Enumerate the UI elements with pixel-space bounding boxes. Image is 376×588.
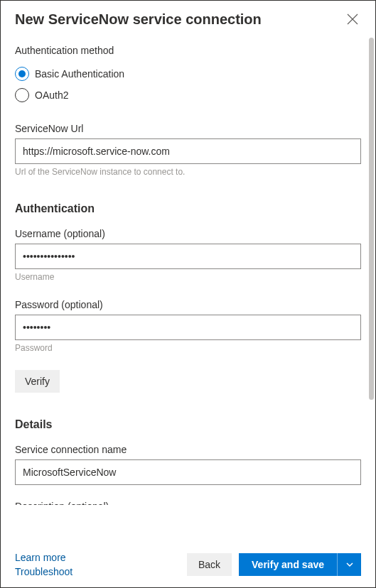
- verify-and-save-button[interactable]: Verify and save: [239, 553, 337, 576]
- radio-label: Basic Authentication: [35, 68, 124, 80]
- username-field: Username (optional) Username: [15, 228, 361, 282]
- field-help: Password: [15, 343, 361, 353]
- radio-indicator: [15, 67, 29, 81]
- field-label: Service connection name: [15, 444, 361, 455]
- field-label: ServiceNow Url: [15, 123, 361, 134]
- radio-basic-authentication[interactable]: Basic Authentication: [15, 63, 361, 85]
- cutoff-text: Description (optional): [15, 501, 361, 505]
- service-connection-dialog: New ServiceNow service connection Authen…: [0, 0, 376, 588]
- radio-indicator: [15, 88, 29, 102]
- username-input[interactable]: [15, 244, 361, 269]
- form-content: Authentication method Basic Authenticati…: [1, 32, 375, 545]
- vertical-scrollbar[interactable]: [369, 38, 374, 400]
- troubleshoot-link[interactable]: Troubleshoot: [15, 566, 72, 577]
- password-field: Password (optional) Password: [15, 299, 361, 353]
- field-label: Username (optional): [15, 228, 361, 239]
- field-help: Url of the ServiceNow instance to connec…: [15, 167, 361, 177]
- close-icon: [347, 13, 358, 25]
- details-heading: Details: [15, 418, 361, 431]
- verify-and-save-dropdown[interactable]: [337, 553, 361, 576]
- footer-links: Learn more Troubleshoot: [15, 552, 72, 577]
- radio-oauth2[interactable]: OAuth2: [15, 85, 361, 106]
- auth-method-legend: Authentication method: [15, 45, 361, 56]
- close-button[interactable]: [344, 11, 361, 28]
- authentication-heading: Authentication: [15, 202, 361, 215]
- content-wrapper: Authentication method Basic Authenticati…: [1, 32, 375, 545]
- learn-more-link[interactable]: Learn more: [15, 552, 72, 563]
- password-input[interactable]: [15, 315, 361, 340]
- chevron-down-icon: [345, 560, 354, 569]
- dialog-title: New ServiceNow service connection: [15, 11, 262, 28]
- connection-name-input[interactable]: [15, 459, 361, 485]
- field-help: Username: [15, 272, 361, 282]
- field-label: Password (optional): [15, 299, 361, 310]
- servicenow-url-field: ServiceNow Url Url of the ServiceNow ins…: [15, 123, 361, 177]
- verify-button[interactable]: Verify: [15, 370, 60, 393]
- footer-actions: Back Verify and save: [187, 553, 361, 576]
- servicenow-url-input[interactable]: [15, 138, 361, 164]
- radio-label: OAuth2: [35, 89, 68, 101]
- dialog-footer: Learn more Troubleshoot Back Verify and …: [1, 545, 375, 587]
- dialog-header: New ServiceNow service connection: [1, 1, 375, 32]
- connection-name-field: Service connection name: [15, 444, 361, 485]
- auth-method-radio-group: Basic Authentication OAuth2: [15, 63, 361, 106]
- back-button[interactable]: Back: [187, 553, 232, 576]
